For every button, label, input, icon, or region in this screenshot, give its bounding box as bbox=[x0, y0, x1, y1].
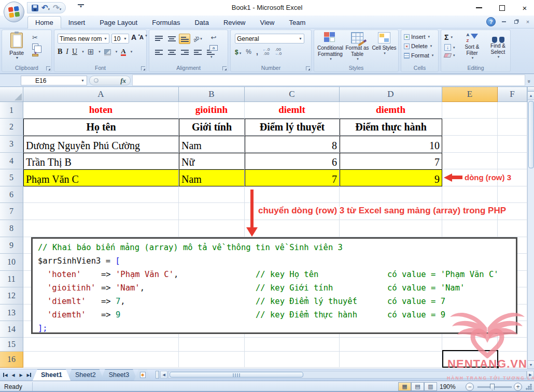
cell-f15[interactable] bbox=[498, 338, 527, 352]
help-icon[interactable]: ? bbox=[486, 17, 496, 26]
column-header-c[interactable]: C bbox=[245, 87, 340, 102]
conditional-formatting-button[interactable]: Conditional Formatting▾ bbox=[317, 32, 343, 66]
row-header-16[interactable]: 16 bbox=[0, 352, 23, 368]
align-left-button[interactable] bbox=[153, 47, 164, 57]
row-header-1[interactable]: 1 bbox=[0, 102, 23, 119]
cell-a6[interactable] bbox=[23, 186, 179, 203]
last-sheet-button[interactable]: ▶ bbox=[25, 371, 32, 379]
cell-a2[interactable]: Họ tên bbox=[23, 119, 179, 136]
column-header-e[interactable]: E bbox=[442, 87, 498, 102]
cell-e6[interactable] bbox=[442, 186, 498, 203]
cell-e1[interactable] bbox=[442, 102, 498, 119]
cell-f16[interactable] bbox=[498, 352, 527, 368]
cell-b2[interactable]: Giới tính bbox=[179, 119, 245, 136]
scroll-down-icon[interactable]: ▼ bbox=[528, 360, 534, 369]
horizontal-scroll-thumb[interactable] bbox=[170, 372, 303, 378]
comma-icon[interactable]: , bbox=[256, 48, 258, 56]
cell-d1[interactable]: diemth bbox=[340, 102, 442, 119]
cell-c5[interactable]: 7 bbox=[245, 169, 340, 186]
zoom-slider-track[interactable] bbox=[477, 386, 512, 388]
fill-handle[interactable] bbox=[496, 366, 499, 369]
decrease-decimal-button[interactable]: .00→.0 bbox=[274, 48, 282, 56]
row-header-14[interactable]: 14 bbox=[0, 321, 23, 338]
tab-review[interactable]: Review bbox=[216, 17, 253, 28]
cut-scissors-icon[interactable]: ✂ bbox=[32, 34, 38, 41]
page-break-view-button[interactable]: ▥ bbox=[424, 382, 437, 391]
next-sheet-button[interactable]: ▶ bbox=[18, 371, 24, 379]
row-header-5[interactable]: 5 bbox=[0, 169, 23, 186]
minimize-button[interactable] bbox=[473, 3, 485, 13]
vertical-scrollbar[interactable]: ▲ ▼ bbox=[527, 87, 534, 369]
row-header-7[interactable]: 7 bbox=[0, 203, 23, 220]
sheet-tab-sheet2[interactable]: Sheet2 bbox=[67, 369, 104, 381]
font-size-select[interactable]: 10▼ bbox=[111, 34, 129, 43]
scroll-left-icon[interactable]: ◀ bbox=[160, 371, 167, 379]
cell-c16[interactable] bbox=[245, 352, 340, 368]
cell-a1[interactable]: hoten bbox=[23, 102, 179, 119]
office-button[interactable] bbox=[4, 2, 24, 22]
number-dialog-launcher-icon[interactable] bbox=[306, 66, 310, 70]
scroll-right-icon[interactable]: ▶ bbox=[527, 371, 534, 379]
tab-insert[interactable]: Insert bbox=[61, 17, 93, 28]
cell-b3[interactable]: Nam bbox=[179, 136, 245, 153]
delete-cells-button[interactable]: ×Delete▾ bbox=[404, 43, 433, 49]
percent-icon[interactable]: % bbox=[246, 48, 251, 55]
row-header-9[interactable]: 9 bbox=[0, 237, 23, 254]
cell-d6[interactable] bbox=[340, 186, 442, 203]
row-header-4[interactable]: 4 bbox=[0, 153, 23, 169]
font-color-icon[interactable]: A bbox=[121, 48, 125, 56]
cell-b16[interactable] bbox=[179, 352, 245, 368]
shrink-font-button[interactable]: A▼ bbox=[139, 34, 148, 40]
cell-b6[interactable] bbox=[179, 186, 245, 203]
cell-d4[interactable]: 7 bbox=[340, 153, 442, 169]
row-header-11[interactable]: 11 bbox=[0, 271, 23, 287]
cell-c2[interactable]: Điểm lý thuyết bbox=[245, 119, 340, 136]
sheet-tab-sheet1[interactable]: Sheet1 bbox=[33, 369, 71, 381]
scroll-up-icon[interactable]: ▲ bbox=[528, 92, 534, 100]
vertical-scroll-thumb[interactable] bbox=[528, 101, 534, 168]
cell-c15[interactable] bbox=[245, 338, 340, 352]
clear-button[interactable]: ▾ bbox=[444, 53, 455, 57]
previous-sheet-button[interactable]: ◀ bbox=[10, 371, 17, 379]
cell-d5[interactable]: 9 bbox=[340, 169, 442, 186]
normal-view-button[interactable]: ▦ bbox=[398, 382, 411, 391]
close-button[interactable]: × bbox=[518, 3, 531, 13]
cell-b4[interactable]: Nữ bbox=[179, 153, 245, 169]
name-box[interactable]: E16▼ bbox=[21, 76, 87, 85]
decrease-indent-button[interactable] bbox=[192, 47, 203, 57]
cell-f1[interactable] bbox=[498, 102, 527, 119]
cell-a5[interactable]: Phạm Văn C bbox=[23, 169, 179, 186]
wrap-text-icon[interactable]: ↩ bbox=[211, 34, 217, 41]
row-header-10[interactable]: 10 bbox=[0, 254, 23, 271]
borders-icon[interactable]: ⊞ bbox=[88, 47, 94, 56]
cell-f2[interactable] bbox=[498, 119, 527, 136]
horizontal-scrollbar[interactable] bbox=[168, 371, 527, 379]
zoom-out-button[interactable]: − bbox=[466, 383, 474, 391]
tab-home[interactable]: Home bbox=[27, 16, 61, 28]
cell-a16[interactable] bbox=[23, 352, 179, 368]
accounting-format-button[interactable]: $▾ bbox=[235, 47, 241, 56]
cell-b8[interactable] bbox=[179, 220, 245, 237]
cell-c4[interactable]: 6 bbox=[245, 153, 340, 169]
insert-function-button[interactable]: fx bbox=[89, 76, 131, 85]
row-header-3[interactable]: 3 bbox=[0, 136, 23, 153]
tab-page-layout[interactable]: Page Layout bbox=[92, 17, 145, 28]
row-header-2[interactable]: 2 bbox=[0, 119, 23, 136]
increase-decimal-button[interactable]: ←.0.00 bbox=[263, 48, 270, 56]
format-cells-button[interactable]: Format▾ bbox=[404, 52, 433, 59]
cell-b15[interactable] bbox=[179, 338, 245, 352]
align-bottom-button[interactable] bbox=[179, 34, 190, 44]
fill-color-icon[interactable] bbox=[104, 49, 111, 54]
tab-formulas[interactable]: Formulas bbox=[145, 17, 187, 28]
cell-a4[interactable]: Trần Thị B bbox=[23, 153, 179, 169]
cell-f8[interactable] bbox=[498, 220, 527, 237]
font-dialog-launcher-icon[interactable] bbox=[141, 66, 145, 70]
row-header-8[interactable]: 8 bbox=[0, 220, 23, 237]
resize-grip[interactable] bbox=[525, 383, 532, 390]
first-sheet-button[interactable]: ◀ bbox=[2, 371, 9, 379]
cell-e2[interactable] bbox=[442, 119, 498, 136]
format-as-table-button[interactable]: Format as Table▾ bbox=[344, 32, 370, 66]
cell-e8[interactable] bbox=[442, 220, 498, 237]
autosum-button[interactable]: Σ▾ bbox=[444, 33, 455, 41]
cell-a15[interactable] bbox=[23, 338, 179, 352]
